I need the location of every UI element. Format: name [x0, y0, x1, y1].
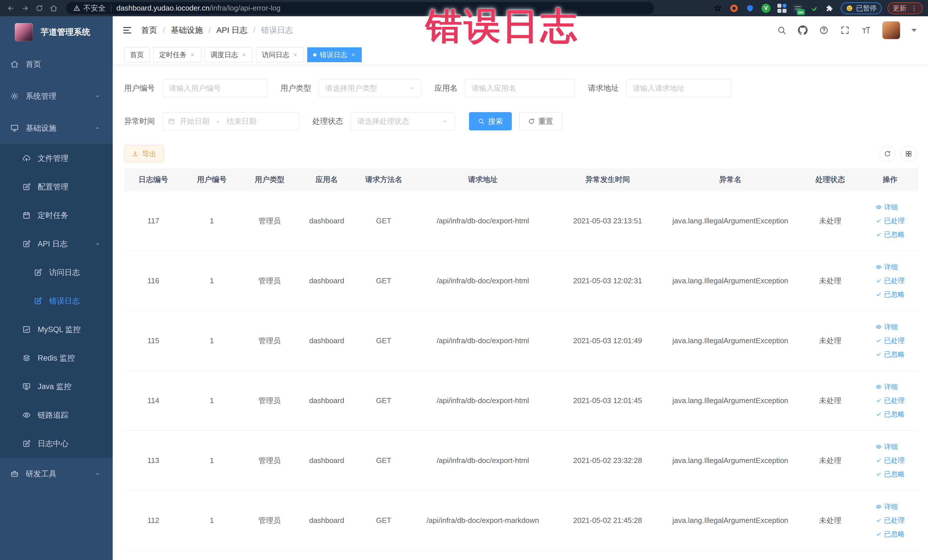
close-icon	[190, 52, 195, 57]
action-详细[interactable]: 详细	[876, 203, 898, 212]
eye-icon	[876, 504, 882, 510]
sidebar-item-file[interactable]: 文件管理	[0, 144, 113, 172]
sidebar-item-dev-tool[interactable]: 研发工具	[0, 458, 113, 490]
action-已处理[interactable]: 已处理	[876, 276, 905, 285]
tab-close-icon[interactable]	[293, 52, 298, 57]
sidebar-item-log-center[interactable]: 日志中心	[0, 429, 113, 458]
action-已处理[interactable]: 已处理	[876, 336, 905, 345]
address-bar[interactable]: 不安全 dashboard.yudao.iocoder.cn/infra/log…	[66, 2, 654, 14]
tab-错误日志[interactable]: 错误日志	[307, 47, 362, 62]
export-button[interactable]: 导出	[124, 145, 164, 162]
search-button[interactable]: 搜索	[469, 112, 512, 130]
action-已处理[interactable]: 已处理	[876, 216, 905, 225]
action-已忽略[interactable]: 已忽略	[876, 350, 905, 359]
sidebar-item-job[interactable]: 定时任务	[0, 201, 113, 230]
app-name-input[interactable]	[465, 79, 575, 97]
url-host: dashboard.yudao.iocoder.cn	[116, 4, 210, 12]
sidebar-item-system[interactable]: 系统管理	[0, 80, 113, 112]
table-refresh-button[interactable]	[879, 146, 896, 162]
table-cell: 2021-05-03 12:01:49	[553, 311, 662, 371]
help-icon[interactable]	[819, 25, 829, 35]
extension-leaf-icon[interactable]	[809, 3, 819, 14]
breadcrumb-item[interactable]: 首页	[141, 25, 157, 36]
action-已忽略[interactable]: 已忽略	[876, 410, 905, 419]
home-icon	[10, 60, 19, 69]
browser-back-icon[interactable]	[5, 3, 17, 14]
browser-menu-dots-icon[interactable]	[910, 5, 918, 12]
extensions-puzzle-icon[interactable]	[825, 3, 835, 14]
sidebar-item-infra[interactable]: 基础设施	[0, 112, 113, 144]
check-icon	[876, 351, 882, 357]
sidebar-item-java[interactable]: Java 监控	[0, 372, 113, 401]
refresh-icon	[528, 118, 535, 125]
extension-orange-icon[interactable]	[729, 3, 739, 14]
action-详细[interactable]: 详细	[876, 502, 898, 511]
action-详细[interactable]: 详细	[876, 382, 898, 391]
action-详细[interactable]: 详细	[876, 262, 898, 272]
tab-定时任务[interactable]: 定时任务	[153, 47, 201, 62]
sidebar-item-api-log[interactable]: API 日志	[0, 230, 113, 258]
table-cell: 2021-05-02 21:45:28	[553, 490, 662, 550]
sidebar-item-error-log[interactable]: 错误日志	[0, 287, 113, 315]
table-cell: 1	[183, 251, 241, 311]
table-cell: java.lang.IllegalArgumentException	[662, 430, 799, 490]
breadcrumb-item[interactable]: API 日志	[217, 25, 247, 36]
user-type-select[interactable]: 请选择用户类型	[319, 79, 421, 97]
action-已处理[interactable]: 已处理	[876, 396, 905, 405]
chrome-update-badge[interactable]: 更新	[887, 2, 923, 14]
action-已处理[interactable]: 已处理	[876, 456, 905, 465]
user-avatar[interactable]	[882, 21, 900, 39]
tab-首页[interactable]: 首页	[124, 47, 150, 62]
bookmark-star-icon[interactable]	[713, 3, 723, 14]
font-size-icon[interactable]	[861, 25, 871, 35]
action-已忽略[interactable]: 已忽略	[876, 470, 905, 479]
sidebar-item-trace[interactable]: 链路追踪	[0, 401, 113, 429]
browser-reload-icon[interactable]	[34, 3, 45, 14]
browser-home-icon[interactable]	[48, 3, 60, 14]
tab-调度日志[interactable]: 调度日志	[205, 47, 252, 62]
github-icon	[798, 25, 807, 35]
action-已处理[interactable]: 已处理	[876, 516, 905, 525]
fullscreen-icon[interactable]	[840, 25, 850, 35]
extension-shield-icon[interactable]	[745, 3, 755, 14]
sidebar-item-mysql[interactable]: MySQL 监控	[0, 315, 113, 344]
tab-close-icon[interactable]	[351, 52, 356, 57]
table-row: 1121管理员dashboardGET/api/infra/db-doc/exp…	[124, 490, 919, 550]
header-search-icon[interactable]	[777, 25, 786, 35]
sidebar-item-access-log[interactable]: 访问日志	[0, 258, 113, 287]
sidebar-logo-row[interactable]: 芋道管理系统	[0, 16, 113, 48]
browser-forward-icon[interactable]	[20, 3, 31, 14]
security-chip[interactable]: 不安全	[73, 3, 105, 13]
action-已忽略[interactable]: 已忽略	[876, 230, 905, 239]
briefcase-icon	[10, 470, 19, 478]
action-已忽略[interactable]: 已忽略	[876, 290, 905, 299]
sidebar-item-redis[interactable]: Redis 监控	[0, 344, 113, 372]
process-status-select[interactable]: 请选择处理状态	[351, 112, 455, 130]
action-详细[interactable]: 详细	[876, 442, 898, 451]
sidebar-item-config[interactable]: 配置管理	[0, 172, 113, 201]
sidebar-item-label: 配置管理	[38, 182, 69, 192]
exception-time-range-picker[interactable]: 开始日期 - 结束日期	[162, 112, 299, 130]
reset-button[interactable]: 重置	[519, 112, 562, 130]
github-icon[interactable]	[798, 25, 807, 35]
tab-close-icon[interactable]	[241, 52, 246, 57]
edit-square-icon	[34, 297, 42, 305]
extension-grid-icon[interactable]	[777, 3, 787, 14]
hamburger-icon[interactable]	[122, 25, 133, 36]
extension-on-icon[interactable]: on	[793, 3, 803, 14]
grid	[905, 150, 912, 157]
column-settings-button[interactable]	[901, 146, 917, 162]
error-log-table: 日志编号用户编号用户类型应用名请求方法名请求地址异常发生时间异常名处理状态操作 …	[124, 169, 919, 551]
check-icon	[876, 337, 882, 344]
tab-访问日志[interactable]: 访问日志	[256, 47, 304, 62]
request-url-input[interactable]	[626, 79, 731, 97]
breadcrumb-item[interactable]: 基础设施	[171, 25, 203, 36]
avatar-caret-icon[interactable]	[911, 29, 917, 32]
tab-close-icon[interactable]	[190, 52, 195, 57]
sidebar-item-home[interactable]: 首页	[0, 48, 113, 80]
action-详细[interactable]: 详细	[876, 322, 898, 331]
user-id-input[interactable]	[162, 79, 267, 97]
action-已忽略[interactable]: 已忽略	[876, 529, 905, 539]
extension-v-icon[interactable]: V	[761, 3, 771, 14]
profile-paused-badge[interactable]: 已暂停	[841, 2, 882, 14]
